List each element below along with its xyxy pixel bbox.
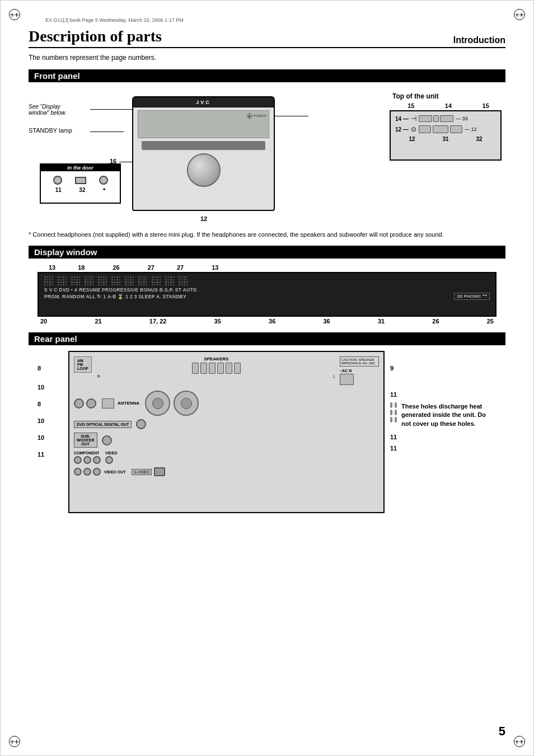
door-jack-2	[75, 177, 86, 184]
label-asterisk: *	[103, 187, 105, 194]
motor-2	[174, 391, 199, 416]
vent-col-1	[390, 402, 392, 422]
top-unit-label: Top of the unit	[392, 92, 510, 100]
dw-num-21: 21	[95, 318, 101, 325]
dw-num-36-1: 36	[269, 318, 275, 325]
file-metadata: EX-D11[J].book Page 5 Wednesday, March 2…	[45, 17, 505, 23]
label-11: 11	[55, 187, 62, 194]
dot-group	[179, 276, 188, 278]
rear-row-component: COMPONENT VIDEO	[74, 451, 379, 464]
display-screen: S V C DVD • A RESUME PROGRESSIVE BONUS B…	[38, 272, 496, 317]
video-jack	[105, 456, 113, 464]
connector-line	[275, 116, 308, 116]
component-section: COMPONENT	[74, 451, 101, 464]
door-jack-1	[53, 176, 62, 185]
rear-panel-diagram: 8 10 8 10 10 11 AM FM LOOP SPEAKERS	[38, 351, 496, 513]
dw-num-27-2: 27	[177, 264, 184, 271]
dot-row-2	[44, 279, 490, 281]
label-15-1: 15	[407, 102, 414, 109]
door-label: In the door	[41, 165, 120, 171]
rp-num-11-1: 11	[38, 451, 68, 458]
device-display: ⏻ POWER	[138, 110, 269, 138]
dot-group	[58, 281, 67, 283]
component-label: COMPONENT	[74, 451, 101, 455]
video-label: VIDEO	[105, 451, 118, 455]
callout-line-display	[90, 109, 135, 110]
display-3d-phonic: 3D PHONIC ᵐᵉ	[454, 293, 490, 300]
dot-group	[125, 281, 134, 283]
dw-num-13-2: 13	[212, 264, 218, 271]
caution-label: CAUTION: SPEAKER IMPEDANCE 4Ω~16Ω	[340, 356, 379, 367]
dw-num-20: 20	[40, 318, 47, 325]
vent-col-2	[395, 402, 397, 422]
label-32-tu: 32	[476, 136, 482, 142]
amfm-block: AM FM LOOP	[74, 356, 92, 373]
rear-right-numbers: 9 11 These holes	[385, 351, 496, 513]
optical-jack	[136, 419, 146, 429]
dot-group	[85, 284, 93, 286]
dot-group	[138, 284, 147, 286]
see-display-label: See “Display window” below.	[29, 104, 90, 116]
dot-group	[152, 276, 161, 278]
volume-knob	[187, 153, 221, 187]
video-section: VIDEO	[105, 451, 118, 464]
s-video-port	[154, 467, 165, 476]
rear-row-video-out: VIDEO OUT S-VIDEO	[74, 467, 379, 476]
dot-row-1	[44, 276, 490, 278]
dot-group	[44, 276, 53, 278]
top-unit-inner: 14 — ⊣ — 33 12 — ⊙	[390, 110, 502, 161]
rear-row-antenna: ANTENNA	[74, 391, 379, 416]
top-unit-row2: 12 — ⊙ — 12	[395, 125, 496, 133]
motor-1	[145, 391, 170, 416]
dvd-optical-label: DVD OPTICAL DIGITAL OUT	[74, 421, 132, 428]
dot-group	[179, 281, 188, 283]
top-unit-bottom-numbers: 12 31 32	[395, 136, 496, 142]
dot-group	[111, 284, 120, 286]
door-connectors	[41, 171, 120, 187]
reg-mark-tr: +	[514, 9, 525, 20]
section-title: Introduction	[453, 35, 505, 45]
page-wrapper: + + + + EX-D11[J].book Page 5 Wednesday,…	[0, 0, 534, 756]
vent-slot	[390, 402, 392, 408]
rear-row-optical: DVD OPTICAL DIGITAL OUT	[74, 419, 379, 429]
dot-row-3	[44, 281, 490, 283]
standby-label: STANDBY lamp	[29, 126, 72, 134]
vent-slot	[395, 402, 397, 408]
top-unit-row1: 14 — ⊣ — 33	[395, 115, 496, 123]
dot-group	[58, 279, 67, 281]
component-jacks	[74, 456, 101, 464]
display-text-line2: PRGM. RANDOM ALL ↻ 1 A-B ⌛ 1 2 3 SLEEP A…	[44, 294, 186, 299]
heat-note-text: These holes discharge heat generated ins…	[401, 402, 491, 428]
dw-num-26-top: 26	[113, 264, 120, 271]
dw-num-27-1: 27	[148, 264, 154, 271]
reg-mark-br: +	[514, 736, 525, 747]
dw-num-31: 31	[378, 318, 385, 325]
door-numbers: 11 32 *	[41, 187, 120, 194]
ac-n-label: ~AC N	[340, 369, 379, 373]
dot-row-4	[44, 284, 490, 286]
front-panel-diagram: See “Display window” below. STANDBY lamp…	[29, 88, 510, 228]
rp-num-8-2: 8	[38, 401, 68, 407]
reg-mark-tl: +	[9, 9, 20, 20]
video-out-label: VIDEO OUT	[104, 470, 126, 474]
reg-mark-bl: +	[9, 736, 20, 747]
cd-slot	[142, 141, 265, 150]
rp-num-11-r3: 11	[390, 445, 496, 452]
dot-group	[165, 284, 174, 286]
power-button: ⏻	[247, 113, 252, 119]
dot-group	[98, 284, 107, 286]
vent-slot	[395, 410, 397, 415]
dot-group	[58, 284, 67, 286]
speakers-section: SPEAKERS RL	[97, 356, 335, 378]
dot-group	[125, 276, 134, 278]
dot-group	[58, 276, 67, 278]
label-12-tu: 12	[409, 136, 415, 142]
rear-device-body: AM FM LOOP SPEAKERS	[68, 351, 385, 513]
dot-group	[111, 281, 120, 283]
dw-num-36-2: 36	[323, 318, 330, 325]
dot-group	[44, 284, 53, 286]
speaker-terminals	[97, 363, 335, 374]
rear-row-subwoofer: SUB-WOOFEROUT	[74, 433, 379, 448]
knob-area	[133, 153, 274, 187]
dot-group	[125, 284, 134, 286]
